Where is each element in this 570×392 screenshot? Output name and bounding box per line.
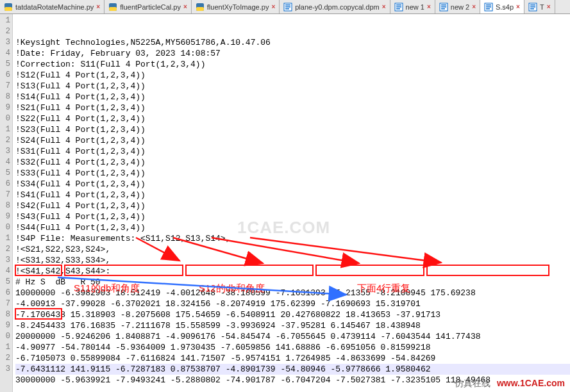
code-line: -6.7105073 0.55899084 -7.6116824 141.715… <box>15 353 570 364</box>
tab-7[interactable]: T× <box>524 0 555 13</box>
code-line: !S23(Full 4 Port(1,2,3,4)) <box>15 124 570 135</box>
svg-rect-21 <box>486 8 490 10</box>
close-icon[interactable]: × <box>271 3 275 10</box>
line-number: 7 <box>0 298 10 309</box>
code-line: !S13(Full 4 Port(1,2,3,4)) <box>15 81 570 92</box>
line-number: 0 <box>0 222 10 233</box>
svg-rect-16 <box>441 6 446 8</box>
annotation-s11: S11的db和角度 <box>74 282 140 295</box>
tab-1[interactable]: fluentParticleCal.py× <box>105 0 192 13</box>
line-number: 4 <box>0 157 10 168</box>
line-number: 6 <box>0 179 10 190</box>
editor-content[interactable]: !Keysight Technologies,N5225A,MY56051786… <box>13 14 570 392</box>
highlight-box-3 <box>315 265 424 276</box>
svg-rect-13 <box>396 8 400 10</box>
line-number: 7 <box>0 81 10 92</box>
svg-rect-5 <box>196 7 204 11</box>
line-number: 5 <box>0 277 10 288</box>
line-number: 0 <box>0 113 10 124</box>
close-icon[interactable]: × <box>472 3 476 10</box>
code-line: !S14(Full 4 Port(1,2,3,4)) <box>15 92 570 102</box>
close-icon[interactable]: × <box>427 3 431 10</box>
file-icon <box>484 3 493 12</box>
highlight-box-0 <box>15 265 62 276</box>
line-number: 1 <box>0 15 10 26</box>
code-line: !Date: Friday, February 03, 2023 14:08:5… <box>15 48 570 59</box>
highlight-box-4 <box>426 265 549 276</box>
line-number: 9 <box>0 102 10 113</box>
footer-brand: 仿真在线 www.1CAE.com <box>449 375 570 392</box>
tab-4[interactable]: new 1× <box>390 0 435 13</box>
svg-rect-24 <box>530 6 535 8</box>
highlight-box-2 <box>185 265 314 276</box>
code-line: 20000000 -5.9246206 1.8408871 -4.9096176… <box>15 331 570 342</box>
line-number: 2 <box>0 244 10 255</box>
line-gutter: 123456789012345678901234567890123 <box>0 14 13 392</box>
tab-label: fluentXyToImage.py <box>207 3 269 11</box>
tabs-bar: tatdataRotateMachine.py×fluentParticleCa… <box>0 0 570 14</box>
line-number: 9 <box>0 211 10 222</box>
line-number: 5 <box>0 168 10 179</box>
code-line: -8.2454433 176.16835 -7.2111678 15.55859… <box>15 320 570 331</box>
svg-rect-12 <box>396 6 401 8</box>
line-number: 0 <box>0 331 10 342</box>
line-number: 3 <box>0 364 10 375</box>
highlight-box-1 <box>64 265 183 276</box>
svg-rect-8 <box>285 6 290 8</box>
highlight-box-5 <box>15 308 62 320</box>
line-number: 4 <box>0 266 10 277</box>
annotation-s12: S12的db和角度 <box>199 282 265 295</box>
code-line: -7.1706438 15.318903 -8.2075608 175.5465… <box>15 309 570 320</box>
line-number: 3 <box>0 37 10 48</box>
svg-rect-19 <box>486 4 491 6</box>
line-number: 5 <box>0 59 10 70</box>
line-number: 8 <box>0 309 10 320</box>
code-line: !Correction: S11(Full 4 Port(1,2,3,4)) <box>15 59 570 70</box>
svg-rect-7 <box>285 4 290 6</box>
svg-rect-1 <box>4 7 12 11</box>
tab-2[interactable]: fluentXyToImage.py× <box>192 0 280 13</box>
close-icon[interactable]: × <box>382 3 386 10</box>
line-number: 2 <box>0 135 10 146</box>
line-number: 8 <box>0 92 10 102</box>
line-number: 8 <box>0 200 10 211</box>
svg-rect-11 <box>396 4 401 6</box>
file-icon <box>4 3 13 12</box>
code-line: !S41(Full 4 Port(1,2,3,4)) <box>15 190 570 200</box>
file-icon <box>196 3 205 12</box>
tab-label: S.s4p <box>496 3 514 11</box>
file-icon <box>528 3 537 12</box>
code-line: !S34(Full 4 Port(1,2,3,4)) <box>15 179 570 190</box>
code-line: !S33(Full 4 Port(1,2,3,4)) <box>15 168 570 179</box>
code-line: !S31(Full 4 Port(1,2,3,4)) <box>15 146 570 157</box>
code-line: -7.6431112 141.9115 -6.7287183 0.8753870… <box>15 364 570 375</box>
close-icon[interactable]: × <box>516 3 520 10</box>
file-icon <box>283 3 292 12</box>
code-line: !S12(Full 4 Port(1,2,3,4)) <box>15 70 570 81</box>
line-number: 6 <box>0 70 10 81</box>
code-line: !S32(Full 4 Port(1,2,3,4)) <box>15 157 570 168</box>
line-number: 2 <box>0 26 10 37</box>
file-icon <box>108 3 117 12</box>
file-icon <box>439 3 448 12</box>
close-icon[interactable]: × <box>547 3 551 10</box>
tab-5[interactable]: new 2× <box>435 0 480 13</box>
code-line: !S21(Full 4 Port(1,2,3,4)) <box>15 102 570 113</box>
code-line: !Keysight Technologies,N5225A,MY56051786… <box>15 37 570 48</box>
line-number: 4 <box>0 48 10 59</box>
tab-label: fluentParticleCal.py <box>120 3 181 11</box>
close-icon[interactable]: × <box>96 3 100 10</box>
code-line: !S42(Full 4 Port(1,2,3,4)) <box>15 200 570 211</box>
watermark: 1CAE.COM <box>237 222 330 233</box>
editor: 123456789012345678901234567890123 !Keysi… <box>0 14 570 392</box>
code-line: !S24(Full 4 Port(1,2,3,4)) <box>15 135 570 146</box>
close-icon[interactable]: × <box>183 3 187 10</box>
tab-3[interactable]: plane-y0.dpm.copycal.dpm× <box>280 0 390 13</box>
code-line: !<S21,S22,S23,S24>, <box>15 244 570 255</box>
code-line: -4.00913 -37.99028 -6.3702021 18.324156 … <box>15 298 570 309</box>
svg-rect-23 <box>530 4 535 6</box>
svg-rect-3 <box>109 7 117 11</box>
tab-6[interactable]: S.s4p× <box>480 0 524 13</box>
tab-0[interactable]: tatdataRotateMachine.py× <box>0 0 105 13</box>
line-number: 3 <box>0 146 10 157</box>
